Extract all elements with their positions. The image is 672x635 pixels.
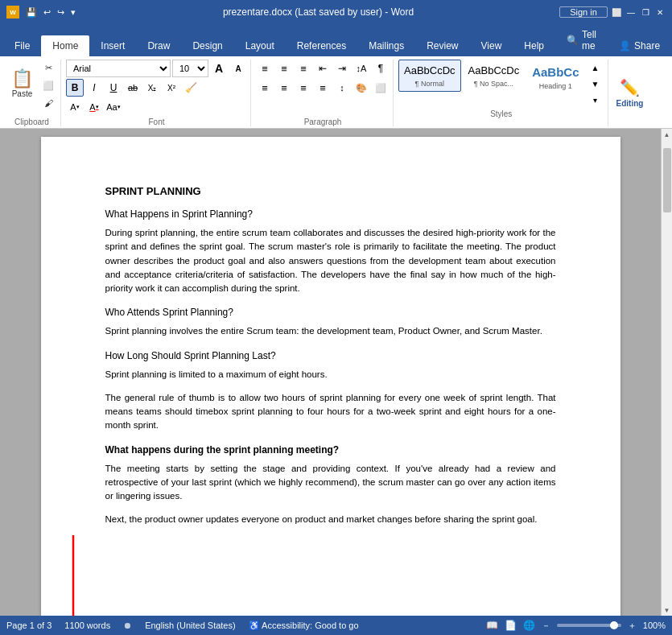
font-row-1: Arial 10 A A xyxy=(66,60,247,77)
style-no-spacing[interactable]: AaBbCcDc ¶ No Spac... xyxy=(463,60,526,92)
document-page: SPRINT PLANNING What Happens in Sprint P… xyxy=(41,137,620,616)
strikethrough-button[interactable]: ab xyxy=(124,79,142,97)
styles-scroll-up[interactable]: ▲ xyxy=(587,60,604,76)
copy-button[interactable]: ⬜ xyxy=(39,77,57,93)
accessibility[interactable]: ♿ Accessibility: Good to go xyxy=(249,621,359,631)
line-spacing-button[interactable]: ↕ xyxy=(333,79,351,97)
style-normal[interactable]: AaBbCcDc ¶ Normal xyxy=(398,60,461,92)
status-left: Page 1 of 3 1100 words ⏺ English (United… xyxy=(6,621,359,631)
ribbon-display-button[interactable]: ⬜ xyxy=(611,6,622,18)
restore-button[interactable]: ❒ xyxy=(640,6,651,18)
styles-scroll-down[interactable]: ▼ xyxy=(587,76,604,92)
shading-button[interactable]: 🎨 xyxy=(352,79,370,97)
paste-button[interactable]: 📋 Paste xyxy=(6,60,38,108)
minimize-button[interactable]: — xyxy=(625,6,637,18)
style-heading1-name: Heading 1 xyxy=(539,82,572,90)
style-heading1[interactable]: AaBbCc Heading 1 xyxy=(526,60,584,94)
tab-draw[interactable]: Draw xyxy=(136,35,181,56)
zoom-level[interactable]: 100% xyxy=(643,621,666,630)
font-size-select[interactable]: 10 xyxy=(172,60,208,77)
tab-file[interactable]: File xyxy=(3,35,41,56)
clipboard-buttons: 📋 Paste ✂ ⬜ 🖌 xyxy=(6,60,57,116)
tab-layout[interactable]: Layout xyxy=(234,35,286,56)
clear-format-button[interactable]: 🧹 xyxy=(182,79,200,97)
track-changes-icon[interactable]: ⏺ xyxy=(123,621,132,630)
tab-view[interactable]: View xyxy=(470,35,513,56)
format-painter-button[interactable]: 🖌 xyxy=(39,95,57,111)
close-button[interactable]: ✕ xyxy=(654,6,666,18)
share-button[interactable]: 👤 Share xyxy=(608,35,671,56)
increase-indent-button[interactable]: ⇥ xyxy=(333,60,351,77)
vertical-scrollbar: ▲ ▼ xyxy=(661,129,672,616)
editing-group: ✏️ Editing xyxy=(610,60,650,126)
align-right-button[interactable]: ≡ xyxy=(295,79,312,97)
zoom-slider[interactable] xyxy=(557,624,621,627)
web-layout-button[interactable]: 🌐 xyxy=(523,620,535,631)
bullets-button[interactable]: ≡ xyxy=(256,60,274,77)
style-no-spacing-name: ¶ No Spac... xyxy=(474,80,513,88)
shrink-font-button[interactable]: A xyxy=(229,60,247,77)
align-center-button[interactable]: ≡ xyxy=(275,79,293,97)
styles-group: AaBbCcDc ¶ Normal AaBbCcDc ¶ No Spac... … xyxy=(395,60,608,126)
font-family-select[interactable]: Arial xyxy=(66,60,171,77)
tab-references[interactable]: References xyxy=(286,35,357,56)
tab-insert[interactable]: Insert xyxy=(89,35,136,56)
style-heading1-preview: AaBbCc xyxy=(532,64,579,80)
print-layout-button[interactable]: 📄 xyxy=(505,620,517,631)
font-color-button[interactable]: A▾ xyxy=(85,98,103,116)
title-bar-left: W 💾 ↩ ↪ ▾ xyxy=(6,6,77,19)
redo-button[interactable]: ↪ xyxy=(56,6,66,19)
cut-icon: ✂ xyxy=(45,63,52,73)
tab-help[interactable]: Help xyxy=(513,35,555,56)
zoom-thumb xyxy=(610,621,618,629)
read-mode-button[interactable]: 📖 xyxy=(486,620,498,631)
tab-home[interactable]: Home xyxy=(41,35,89,56)
tab-mailings[interactable]: Mailings xyxy=(357,35,415,56)
title-bar-controls: Sign in ⬜ — ❒ ✕ xyxy=(559,6,666,18)
numbering-button[interactable]: ≡ xyxy=(275,60,293,77)
font-group: Arial 10 A A B I U ab X₂ X² 🧹 A▾ A▾ Aa▾ … xyxy=(63,60,251,126)
styles-scroll: ▲ ▼ ▾ xyxy=(587,60,604,108)
save-button[interactable]: 💾 xyxy=(24,6,39,19)
text-highlight-button[interactable]: A▾ xyxy=(66,98,84,116)
zoom-out-button[interactable]: － xyxy=(542,620,550,632)
decrease-indent-button[interactable]: ⇤ xyxy=(314,60,332,77)
italic-button[interactable]: I xyxy=(85,79,103,97)
align-left-button[interactable]: ≡ xyxy=(256,79,274,97)
accessibility-icon: ♿ xyxy=(249,621,260,630)
language[interactable]: English (United States) xyxy=(145,621,236,630)
section-heading-4: What happens during the sprint planning … xyxy=(105,444,556,456)
tab-review[interactable]: Review xyxy=(415,35,469,56)
section-body-2: Sprint planning involves the entire Scru… xyxy=(105,324,556,338)
sign-in-button[interactable]: Sign in xyxy=(559,6,608,18)
bold-button[interactable]: B xyxy=(66,79,84,97)
scroll-thumb[interactable] xyxy=(663,148,671,212)
show-paragraph-button[interactable]: ¶ xyxy=(372,60,390,77)
styles-expand[interactable]: ▾ xyxy=(587,92,604,108)
multilevel-list-button[interactable]: ≡ xyxy=(295,60,312,77)
main-area: SPRINT PLANNING What Happens in Sprint P… xyxy=(0,129,672,616)
search-icon: 🔍 xyxy=(567,35,579,46)
underline-button[interactable]: U xyxy=(105,79,122,97)
cut-button[interactable]: ✂ xyxy=(39,60,57,76)
zoom-in-button[interactable]: ＋ xyxy=(628,620,637,632)
ribbon-tabs: File Home Insert Draw Design Layout Refe… xyxy=(0,24,672,56)
customize-button[interactable]: ▾ xyxy=(69,6,77,19)
subscript-button[interactable]: X₂ xyxy=(143,79,161,97)
grow-font-button[interactable]: A xyxy=(210,60,228,77)
word-count: 1100 words xyxy=(64,621,110,630)
tab-design[interactable]: Design xyxy=(181,35,233,56)
justify-button[interactable]: ≡ xyxy=(314,79,332,97)
document-area: SPRINT PLANNING What Happens in Sprint P… xyxy=(0,129,661,616)
tell-me-button[interactable]: 🔍 Tell me xyxy=(555,24,608,56)
undo-button[interactable]: ↩ xyxy=(42,6,52,19)
superscript-button[interactable]: X² xyxy=(163,79,180,97)
scroll-track xyxy=(662,140,673,604)
title-bar: W 💾 ↩ ↪ ▾ prezentare.docx (Last saved by… xyxy=(0,0,672,24)
section-body-3: Sprint planning is limited to a maximum … xyxy=(105,368,556,381)
change-case-button[interactable]: Aa▾ xyxy=(105,98,122,116)
border-button[interactable]: ⬜ xyxy=(372,79,390,97)
sort-button[interactable]: ↕A xyxy=(352,60,370,77)
scroll-down-button[interactable]: ▼ xyxy=(662,604,673,616)
scroll-up-button[interactable]: ▲ xyxy=(662,129,673,140)
